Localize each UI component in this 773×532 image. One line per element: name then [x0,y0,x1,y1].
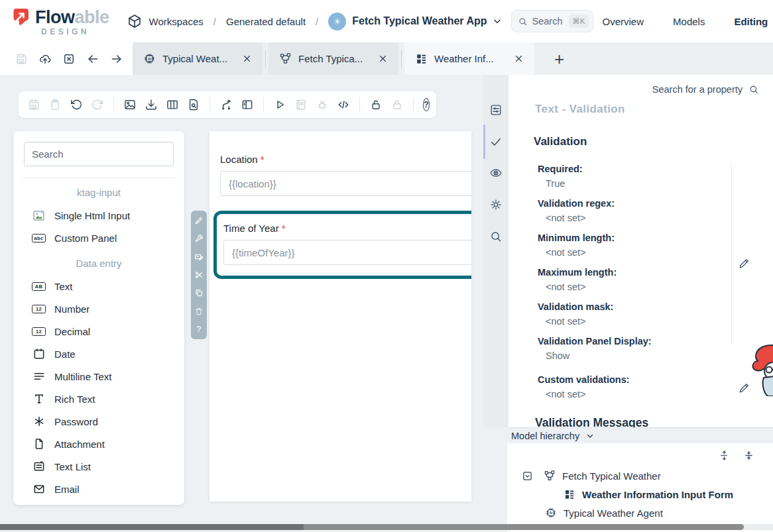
unlock-icon[interactable] [369,98,383,111]
tab-typical-weather-agent[interactable]: AI Typical Weat... [133,42,263,75]
property-row-validation-panel-display[interactable]: Validation Panel Display: Show [508,334,727,363]
horizontal-scrollbar-thumb-secondary[interactable] [304,524,744,530]
image-export-icon[interactable] [123,98,137,111]
tree-item-weather-information-input-form[interactable]: Weather Information Input Form [507,485,773,504]
paste-icon[interactable] [48,98,62,111]
property-row-validation-mask[interactable]: Validation mask: <not set> [508,299,727,329]
document-preview-icon[interactable] [187,98,200,111]
tab-close-icon[interactable] [514,54,524,64]
breadcrumb-workspaces[interactable]: Workspaces [149,16,204,27]
palette-item-multiline-text[interactable]: Multiline Text [13,365,184,388]
property-row-validation-regex[interactable]: Validation regex: <not set> [508,196,727,225]
close-model-icon[interactable] [62,52,76,66]
help-icon[interactable]: ? [196,325,202,334]
redo-icon[interactable] [91,98,104,111]
play-icon[interactable] [273,98,286,111]
app-name[interactable]: Fetch Typical Weather App [352,15,487,27]
breadcrumb-project[interactable]: Generated default [226,16,306,27]
palette-item-attachment[interactable]: Attachment [13,433,184,455]
palette-item-email[interactable]: Email [13,478,184,500]
app-chevron-down-icon[interactable] [492,16,503,27]
toolbar-divider [113,97,114,112]
cut-scissors-icon[interactable] [194,270,204,280]
nav-overview[interactable]: Overview [603,16,644,27]
download-icon[interactable] [145,98,158,111]
debug-bug-icon[interactable] [316,98,329,111]
form-icon [564,488,575,500]
edit-pencil-icon[interactable] [194,216,204,225]
palette-item-text-list[interactable]: Text List [13,455,184,478]
save-icon[interactable] [15,52,28,66]
hierarchy-tools [719,450,754,461]
flowable-logo-icon [11,7,30,29]
attributes-panel-icon[interactable] [489,103,503,117]
palette-item-number[interactable]: 12 Number [13,297,184,320]
property-row-minimum-length[interactable]: Minimum length: <not set> [508,231,727,260]
property-row-custom-validations[interactable]: Custom validations: <not set> [508,372,727,401]
help-icon[interactable]: ? [423,98,430,111]
properties-panel: Search for a property Text - Validation … [508,75,773,427]
visibility-eye-icon[interactable] [489,166,503,180]
validation-check-icon[interactable] [489,135,503,148]
collapse-toggle-icon[interactable] [522,470,533,482]
panel-layout-icon[interactable] [241,98,254,111]
form-canvas[interactable]: Location* {{location}} Time of Year* {{t… [209,131,471,502]
palette-item-single-html-input[interactable]: Single Html Input [13,204,184,227]
settings-gear-icon[interactable] [489,198,503,211]
property-search[interactable]: Search for a property [652,84,759,95]
code-icon[interactable] [337,98,350,111]
settings-wrench-icon[interactable] [194,234,204,243]
selected-field-outline[interactable]: Time of Year* {{timeOfYear}} [213,211,471,279]
field-input[interactable]: {{timeOfYear}} [223,240,471,265]
tab-close-icon[interactable] [378,54,388,64]
note-edit-icon[interactable] [194,252,204,262]
palette-item-text[interactable]: AB Text [13,275,184,297]
palette-item-date[interactable]: Date [13,343,184,365]
property-row-required[interactable]: Required: True [508,162,727,191]
horizontal-scrollbar-thumb[interactable] [0,524,304,530]
lock-icon[interactable] [390,98,404,111]
palette-item-decimal[interactable]: 12 Decimal [13,320,184,343]
palette-item-custom-panel[interactable]: abc Custom Panel [13,227,184,249]
flowable-logo[interactable]: Flowable DESIGN [11,7,109,36]
tab-fetch-typical-weather[interactable]: Fetch Typica... [268,42,398,75]
new-tab-button[interactable]: + [554,52,564,66]
palette-search-input[interactable] [24,142,174,166]
back-icon[interactable] [86,52,99,66]
ai-chip-icon: AI [143,52,156,65]
tab-close-icon[interactable] [242,54,252,64]
tree-item-typical-weather-agent[interactable]: AI Typical Weather Agent [507,504,773,522]
publish-icon[interactable] [38,52,52,66]
field-action-toolbar: ? [191,211,207,339]
columns-icon[interactable] [166,98,179,111]
flow-transform-icon[interactable] [219,98,233,111]
nav-models[interactable]: Models [673,16,705,27]
log-book-icon[interactable] [294,98,308,111]
search-icon [518,17,528,27]
copy-icon[interactable] [194,288,204,297]
form-field-time-of-year[interactable]: Time of Year* {{timeOfYear}} [223,223,471,265]
field-input[interactable]: {{location}} [220,171,471,196]
brand-design: DESIGN [41,27,109,36]
tree-item-fetch-typical-weather[interactable]: Fetch Typical Weather [507,466,773,485]
edit-validation-pencil-icon[interactable] [738,257,750,270]
tab-weather-information-form[interactable]: Weather Inf... [404,42,534,75]
search-property-icon[interactable] [489,230,503,243]
tab-label: Weather Inf... [434,53,507,64]
expand-all-icon[interactable] [719,450,730,461]
save-icon[interactable] [27,98,40,111]
property-row-maximum-length[interactable]: Maximum length: <not set> [508,265,727,294]
forward-icon[interactable] [110,52,123,66]
collapse-all-icon[interactable] [743,450,754,461]
palette-divider [23,178,175,178]
model-hierarchy-header[interactable]: Model hierarchy [507,428,773,443]
palette-item-password[interactable]: Password [13,410,184,433]
nav-editing[interactable]: Editing [734,16,768,27]
palette-item-rich-text[interactable]: Rich Text [13,388,184,410]
global-search[interactable]: Search ⌘K [511,10,593,32]
breadcrumb: Workspaces / Generated default / ✳ Fetch… [127,13,503,30]
undo-icon[interactable] [70,98,83,111]
delete-trash-icon[interactable] [194,307,204,316]
form-field-location[interactable]: Location* {{location}} [220,154,471,196]
palette-item-label: Date [54,348,76,360]
